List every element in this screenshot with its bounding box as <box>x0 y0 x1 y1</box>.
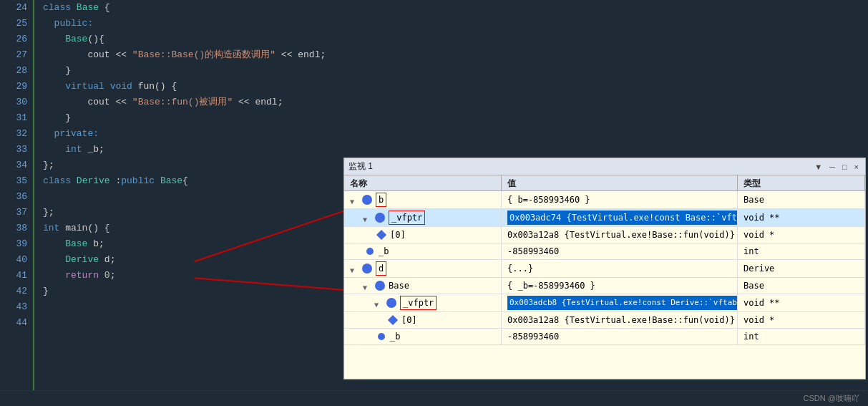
label-d-base: Base <box>389 279 409 292</box>
expand-arrow-d-base[interactable]: ▼ <box>363 281 371 290</box>
label-d: d <box>376 261 386 276</box>
watch-col-name: 名称 <box>344 175 502 191</box>
code-line-26: Base(){ <box>43 32 868 47</box>
line-num-44: 44 <box>0 315 27 331</box>
line-num-24: 24 <box>0 0 27 16</box>
icon-b-b <box>366 248 374 255</box>
watch-title-bar: 监视 1 ▼ ─ □ × <box>344 158 865 175</box>
watch-name-b-b: _b <box>344 243 502 259</box>
watch-pin-button[interactable]: ▼ <box>812 162 824 172</box>
watch-value-d-base-b: -858993460 <box>502 329 738 344</box>
line-numbers: 24 25 26 27 28 29 30 31 32 33 34 35 36 3… <box>0 0 34 390</box>
line-num-37: 37 <box>0 205 27 221</box>
icon-b <box>362 195 372 205</box>
watch-row-d-base-vfptr-0[interactable]: [0] 0x003a12a8 {TestVirtual.exe!Base::fu… <box>344 312 865 329</box>
watch-type-d: Derive <box>738 260 865 277</box>
status-text: CSDN @吱喃吖 <box>804 393 859 404</box>
watch-name-d-base: ▼ Base <box>344 278 502 294</box>
watch-minimize-button[interactable]: ─ <box>827 162 837 172</box>
label-d-base-vfptr: _vfptr <box>400 296 437 310</box>
label-d-base-vfptr-0: [0] <box>401 314 417 327</box>
code-line-31: } <box>43 110 868 126</box>
line-num-32: 32 <box>0 126 27 142</box>
expand-arrow-b[interactable]: ▼ <box>350 195 359 204</box>
watch-type-d-base-vfptr: void ** <box>738 294 865 311</box>
label-b-vfptr-0: [0] <box>390 228 406 241</box>
code-line-27: cout << "Base::Base()的构造函数调用" << endl; <box>43 47 868 63</box>
expand-arrow-d-base-vfptr[interactable]: ▼ <box>374 299 383 307</box>
watch-maximize-button[interactable]: □ <box>840 162 849 172</box>
line-num-43: 43 <box>0 299 27 315</box>
watch-type-b: Base <box>738 191 865 208</box>
watch-type-d-base-vfptr-0: void * <box>738 312 865 328</box>
watch-value-b-vfptr-0: 0x003a12a8 {TestVirtual.exe!Base::fun(vo… <box>502 227 738 243</box>
watch-row-d-base-b[interactable]: _b -858993460 int <box>344 329 865 345</box>
watch-name-d-base-vfptr-0: [0] <box>344 312 502 328</box>
watch-row-b-b[interactable]: _b -858993460 int <box>344 243 865 260</box>
icon-d-base-vfptr <box>386 298 396 308</box>
value-d-base-vfptr-highlight: 0x003adcb8 {TestVirtual.exe!const Derive… <box>507 296 738 310</box>
value-b-vfptr-highlight: 0x003adc74 {TestVirtual.exe!const Base::… <box>507 211 738 225</box>
icon-b-vfptr-0 <box>376 230 386 240</box>
watch-type-d-base-b: int <box>738 329 865 344</box>
watch-name-d-base-b: _b <box>344 329 502 344</box>
watch-table: 名称 值 类型 ▼ b { b=-858993460 } Base ▼ <box>344 175 865 379</box>
code-line-33: int _b; <box>43 142 868 158</box>
line-num-40: 40 <box>0 252 27 268</box>
watch-value-b-b: -858993460 <box>502 243 738 259</box>
label-b-b: _b <box>379 245 389 258</box>
watch-row-d-base-vfptr[interactable]: ▼ _vfptr 0x003adcb8 {TestVirtual.exe!con… <box>344 294 865 312</box>
icon-b-vfptr <box>375 213 385 223</box>
watch-title: 监视 1 <box>348 160 373 173</box>
label-b-vfptr: _vfptr <box>389 211 425 225</box>
line-num-28: 28 <box>0 63 27 79</box>
line-num-29: 29 <box>0 79 27 95</box>
icon-d-base-b <box>378 333 385 340</box>
watch-name-b: ▼ b <box>344 191 502 208</box>
icon-d-base-vfptr-0 <box>388 315 398 325</box>
watch-row-d[interactable]: ▼ d {...} Derive <box>344 260 865 278</box>
icon-d-base <box>375 281 385 291</box>
watch-type-b-vfptr-0: void * <box>738 227 865 243</box>
icon-d <box>362 264 372 274</box>
line-num-38: 38 <box>0 221 27 236</box>
watch-row-b-vfptr[interactable]: ▼ _vfptr 0x003adc74 {TestVirtual.exe!con… <box>344 209 865 227</box>
watch-title-controls[interactable]: ▼ ─ □ × <box>812 162 861 172</box>
watch-type-b-b: int <box>738 243 865 259</box>
watch-type-d-base: Base <box>738 278 865 294</box>
watch-close-button[interactable]: × <box>852 162 861 172</box>
line-num-30: 30 <box>0 95 27 110</box>
watch-value-b-vfptr: 0x003adc74 {TestVirtual.exe!const Base::… <box>502 209 738 226</box>
code-line-28: } <box>43 63 868 79</box>
watch-value-d-base-vfptr-0: 0x003a12a8 {TestVirtual.exe!Base::fun(vo… <box>502 312 738 328</box>
line-num-31: 31 <box>0 110 27 126</box>
watch-row-b-vfptr-0[interactable]: [0] 0x003a12a8 {TestVirtual.exe!Base::fu… <box>344 227 865 243</box>
watch-header: 名称 值 类型 <box>344 175 865 191</box>
watch-value-d-base-vfptr: 0x003adcb8 {TestVirtual.exe!const Derive… <box>502 294 738 311</box>
line-num-36: 36 <box>0 189 27 205</box>
label-d-base-b: _b <box>390 330 400 343</box>
label-b: b <box>376 193 386 207</box>
line-num-39: 39 <box>0 236 27 252</box>
line-num-33: 33 <box>0 142 27 158</box>
code-editor: 24 25 26 27 28 29 30 31 32 33 34 35 36 3… <box>0 0 868 390</box>
code-line-32: private: <box>43 126 868 142</box>
watch-value-b: { b=-858993460 } <box>502 191 738 208</box>
watch-window: 监视 1 ▼ ─ □ × 名称 值 类型 ▼ b { <box>343 158 866 380</box>
watch-row-d-base[interactable]: ▼ Base { _b=-858993460 } Base <box>344 278 865 294</box>
code-line-29: virtual void fun() { <box>43 79 868 95</box>
watch-value-d: {...} <box>502 260 738 277</box>
watch-value-d-base: { _b=-858993460 } <box>502 278 738 294</box>
watch-name-d-base-vfptr: ▼ _vfptr <box>344 294 502 311</box>
expand-arrow-b-vfptr[interactable]: ▼ <box>363 213 371 222</box>
line-num-27: 27 <box>0 47 27 63</box>
expand-arrow-d[interactable]: ▼ <box>350 264 359 273</box>
line-num-41: 41 ⇒ <box>0 268 27 284</box>
line-num-34: 34 <box>0 158 27 173</box>
watch-name-b-vfptr: ▼ _vfptr <box>344 209 502 226</box>
watch-col-value: 值 <box>502 175 738 191</box>
watch-row-b[interactable]: ▼ b { b=-858993460 } Base <box>344 191 865 209</box>
line-num-26: 26 <box>0 32 27 47</box>
line-num-42: 42 <box>0 284 27 299</box>
watch-name-b-vfptr-0: [0] <box>344 227 502 243</box>
